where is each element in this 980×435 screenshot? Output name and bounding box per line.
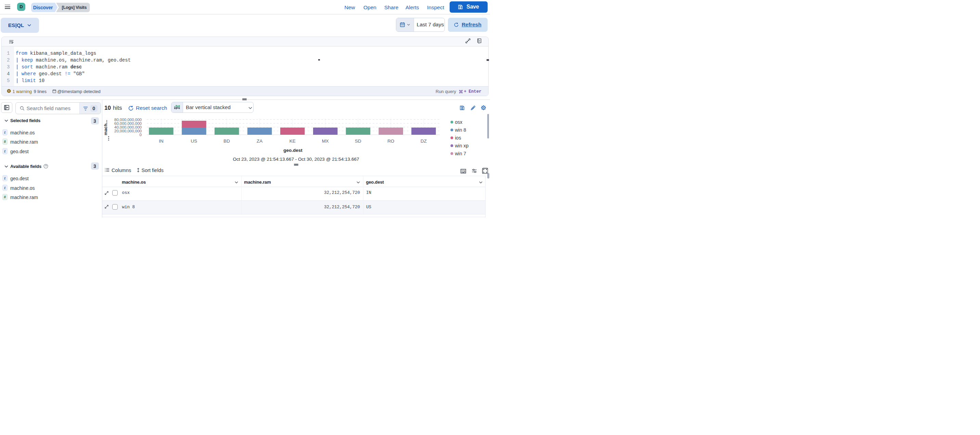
svg-text:KE: KE [290,138,296,144]
svg-text:win 8: win 8 [455,127,466,133]
svg-text:IN: IN [159,138,164,144]
svg-text:0: 0 [140,133,142,137]
svg-text:SD: SD [355,138,361,144]
svg-text:osx: osx [455,119,463,125]
svg-text:win 7: win 7 [455,151,466,156]
svg-text:DZ: DZ [420,138,427,144]
svg-text:RO: RO [387,138,394,144]
svg-text:US: US [191,138,197,144]
svg-text:BD: BD [223,138,230,144]
svg-text:geo.dest: geo.dest [283,148,302,153]
svg-text:ios: ios [455,135,461,141]
svg-text:ZA: ZA [257,138,262,144]
svg-text:win xp: win xp [455,143,469,148]
svg-text:Oct 23, 2023 @ 21:54:13.667 -: Oct 23, 2023 @ 21:54:13.667 - Oct 30, 20… [233,157,359,162]
svg-text:MX: MX [322,138,329,144]
svg-text:mach...: mach... [103,120,108,135]
svg-text:20,000,000,000: 20,000,000,000 [114,129,142,133]
